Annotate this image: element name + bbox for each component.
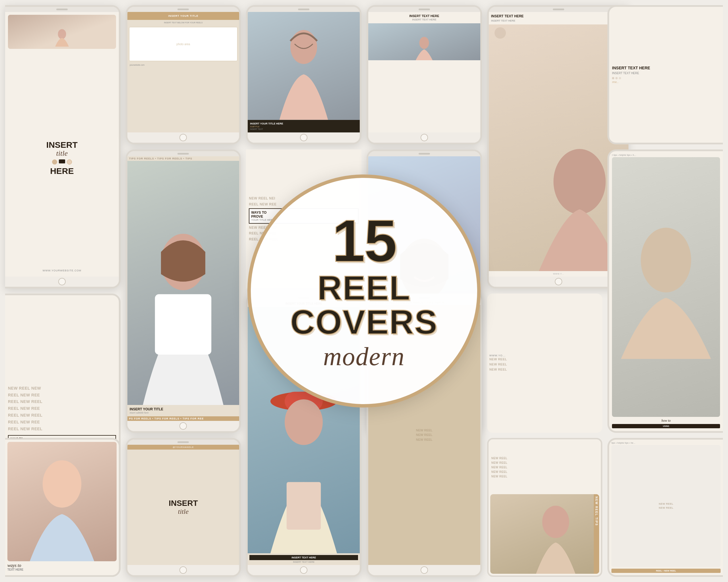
card5-www: WWW.Y... bbox=[491, 273, 627, 275]
svg-point-3 bbox=[553, 149, 606, 214]
svg-point-9 bbox=[641, 228, 691, 293]
card-top-right: INSERT TEXT HERE INSERT TEXT HERE INSE..… bbox=[607, 5, 723, 144]
card11-tips: t tips • helpful tips • h... bbox=[612, 154, 720, 156]
center-badge: 15 REEL COVERS modern bbox=[248, 174, 480, 408]
card2-photo-area: photo area bbox=[177, 43, 190, 46]
card3-title: INSERT YOUR TITLE HERE bbox=[250, 122, 358, 125]
card16-repeat: NEW REEL NEW REEL NEW REEL NEW REEL NEW … bbox=[491, 456, 598, 479]
svg-rect-5 bbox=[155, 294, 211, 355]
svg-point-0 bbox=[58, 29, 66, 39]
card7-title: INSERT YOUR TITLE bbox=[130, 407, 237, 411]
card4-text1: INSERT TEXT HERE bbox=[370, 14, 478, 18]
card-12: ways to TEXT HERE bbox=[5, 438, 121, 577]
card12-text: TEXT HERE bbox=[7, 568, 116, 571]
card-1: INSERT title HERE WWW.YOURWEBSITE.COM bbox=[5, 5, 121, 288]
card17-tips: tips • helpful tips • he... bbox=[612, 442, 721, 444]
card1-title: INSERT bbox=[46, 141, 78, 149]
card13-insert: INSERT bbox=[168, 499, 198, 508]
card3-sub1: SUBTITLE bbox=[250, 126, 358, 128]
card6-repeat: NEW REEL NEW REEL NEW REE REEL NEW REEL … bbox=[8, 385, 116, 433]
card-11: t tips • helpful tips • h... how to USIN… bbox=[607, 149, 723, 433]
card14-insert-text: INSERT TEXT HERE bbox=[251, 556, 356, 559]
card7-tips-bottom: PS FOR REELS • TIPS FOR REELS • TIPS FOR… bbox=[129, 417, 238, 420]
card1-script: title bbox=[56, 149, 68, 158]
circle-number: 15 bbox=[332, 211, 396, 271]
card2-subtitle: INSERT TEXT BELOW FOR YOUR REELS bbox=[127, 20, 239, 25]
card11-how-to: how to bbox=[612, 419, 720, 423]
svg-point-13 bbox=[285, 399, 323, 445]
card15-reel-text: NEW REEL NEW REEL NEW REEL bbox=[416, 428, 433, 442]
card3-sub2: INSERT TEXT bbox=[250, 128, 358, 130]
card10-www: WWW.YO... bbox=[489, 354, 600, 357]
card17-badge: REEL • NEW REEL bbox=[613, 570, 719, 572]
card16-badge: NEW REEL TIPS bbox=[594, 494, 599, 574]
svg-point-10 bbox=[43, 460, 81, 507]
card-2: INSERT YOUR TITLE INSERT TEXT BELOW FOR … bbox=[126, 5, 241, 144]
card12-ways: ways to bbox=[7, 563, 116, 568]
svg-point-1 bbox=[290, 30, 317, 64]
card-17: tips • helpful tips • he... NEW REEL NEW… bbox=[607, 438, 723, 577]
card-3: INSERT YOUR TITLE HERE SUBTITLE INSERT T… bbox=[246, 5, 361, 144]
card-10: WWW.YO... NEW REEL NEW REEL NEW REEL bbox=[487, 294, 603, 433]
card4-text2: INSERT TEXT HERE bbox=[370, 18, 478, 21]
card-top-right-inse: INSE... bbox=[612, 81, 720, 84]
card1-www: WWW.YOURWEBSITE.COM bbox=[10, 269, 114, 272]
card5-text1: INSERT TEXT HERE bbox=[491, 14, 626, 18]
card-top-right-text2: INSERT TEXT HERE bbox=[612, 72, 720, 75]
card7-tips: TIPS FOR REELS • TIPS FOR REELS • TIPS bbox=[129, 157, 238, 160]
card-16: NEW REEL NEW REEL NEW REEL NEW REEL NEW … bbox=[487, 438, 603, 577]
card-7: TIPS FOR REELS • TIPS FOR REELS • TIPS I… bbox=[126, 149, 241, 433]
card13-title: title bbox=[178, 508, 188, 516]
circle-covers: COVERS bbox=[290, 305, 438, 339]
card2-insert-title: INSERT YOUR TITLE bbox=[168, 15, 199, 17]
card7-script: insert subtitle here bbox=[130, 411, 237, 414]
card-13: @YOURHANDLE INSERT title bbox=[126, 438, 241, 577]
circle-reel: REEL bbox=[317, 271, 411, 305]
card2-url: yourwebsite.com bbox=[130, 64, 237, 66]
circle-modern: modern bbox=[323, 342, 405, 371]
card-4: INSERT TEXT HERE INSERT TEXT HERE bbox=[367, 5, 482, 144]
card17-reel: NEW REEL NEW REEL bbox=[659, 502, 673, 510]
svg-rect-14 bbox=[287, 482, 321, 529]
card1-here: HERE bbox=[50, 166, 74, 176]
card10-repeat: NEW REEL NEW REEL NEW REEL bbox=[489, 357, 600, 372]
card5-text2: INSERT TEXT HERE bbox=[491, 19, 626, 22]
card14-sub: INSERT TEXT HERE bbox=[250, 561, 358, 563]
card-top-right-text1: INSERT TEXT HERE bbox=[612, 66, 720, 71]
card11-using: USING bbox=[613, 425, 719, 427]
svg-point-15 bbox=[542, 505, 569, 538]
svg-point-2 bbox=[419, 37, 429, 49]
card13-handle: @YOURHANDLE bbox=[129, 446, 238, 448]
